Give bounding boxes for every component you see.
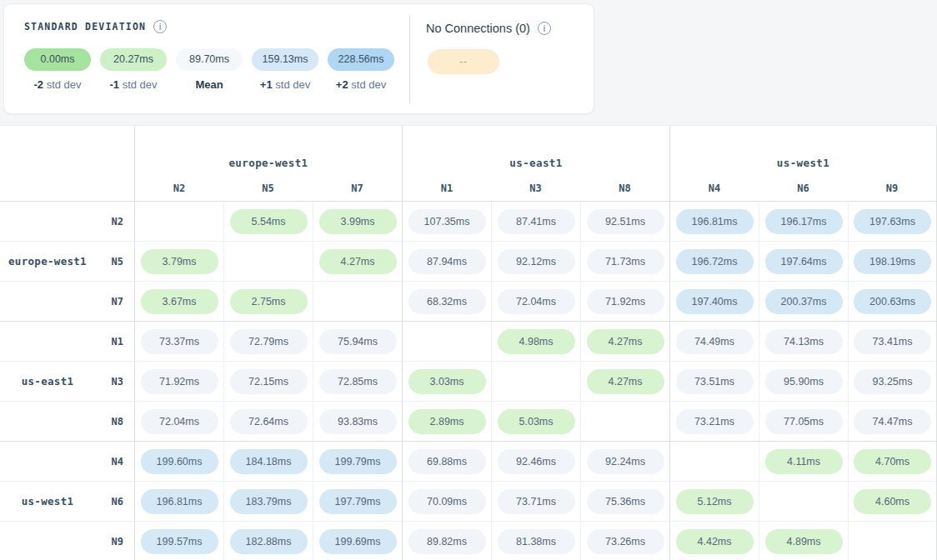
std-dev-label-minus2: -2 std dev xyxy=(24,78,91,91)
latency-cell-empty xyxy=(848,521,937,560)
latency-cell: 4.98ms xyxy=(491,321,580,361)
row-label: N7 xyxy=(0,281,134,321)
row-node-label: N6 xyxy=(95,496,134,508)
column-node-header: N6 xyxy=(759,176,848,201)
latency-cell: 196.81ms xyxy=(669,201,759,241)
network-latency-dashboard: { "legend": { "title": "STANDARD DEVIATI… xyxy=(0,0,937,560)
latency-cell: 72.15ms xyxy=(223,361,313,401)
latency-value-pill: 92.12ms xyxy=(498,249,575,274)
latency-cell: 92.51ms xyxy=(580,201,669,241)
latency-cell-empty xyxy=(223,241,313,281)
matrix-corner xyxy=(0,126,134,201)
latency-cell: 72.64ms xyxy=(223,401,313,441)
latency-cell: 72.04ms xyxy=(134,401,223,441)
latency-value-pill: 73.26ms xyxy=(587,529,664,554)
row-label: us-east1N3 xyxy=(0,361,134,401)
row-region-label: europe-west1 xyxy=(0,255,95,268)
row-node-label: N2 xyxy=(95,216,134,228)
column-region-header: us-east1 xyxy=(402,126,669,176)
column-node-header: N9 xyxy=(848,176,937,201)
std-dev-label-minus1: -1 std dev xyxy=(100,78,167,91)
no-connections-info-icon[interactable]: i xyxy=(538,22,551,35)
latency-cell: 2.89ms xyxy=(402,401,491,441)
latency-value-pill: 196.17ms xyxy=(765,209,843,234)
latency-cell: 73.37ms xyxy=(134,321,223,361)
row-region-label: us-west1 xyxy=(0,495,95,508)
no-connections-pill: -- xyxy=(428,49,499,74)
std-dev-pill-plus1: 159.13ms xyxy=(252,48,318,71)
std-dev-label-mean: Mean xyxy=(176,78,243,91)
latency-cell: 4.60ms xyxy=(848,481,937,521)
latency-value-pill: 73.21ms xyxy=(676,409,754,434)
latency-cell: 89.82ms xyxy=(402,521,491,560)
latency-value-pill: 197.64ms xyxy=(765,249,843,274)
row-node-label: N9 xyxy=(95,536,134,548)
latency-value-pill: 4.27ms xyxy=(587,329,664,354)
latency-value-pill: 73.41ms xyxy=(854,329,931,354)
latency-value-pill: 4.60ms xyxy=(854,489,931,514)
row-node-label: N7 xyxy=(95,296,134,308)
latency-cell-empty xyxy=(313,281,402,321)
latency-value-pill: 3.79ms xyxy=(141,249,218,274)
row-label: N2 xyxy=(0,201,134,241)
latency-value-pill: 200.63ms xyxy=(854,289,931,314)
latency-value-pill: 73.71ms xyxy=(498,489,575,514)
latency-cell: 87.41ms xyxy=(491,201,580,241)
latency-cell: 81.38ms xyxy=(491,521,580,560)
std-dev-info-icon[interactable]: i xyxy=(153,20,167,33)
latency-value-pill: 196.72ms xyxy=(676,249,754,274)
latency-value-pill: 2.89ms xyxy=(408,409,486,434)
latency-value-pill: 182.88ms xyxy=(230,529,308,554)
latency-value-pill: 72.64ms xyxy=(230,409,308,434)
latency-value-pill: 197.63ms xyxy=(854,209,931,234)
latency-value-pill: 93.83ms xyxy=(319,409,397,434)
latency-cell: 198.19ms xyxy=(848,241,937,281)
row-label: N8 xyxy=(0,401,134,441)
latency-value-pill: 89.82ms xyxy=(408,529,486,554)
latency-value-pill: 74.49ms xyxy=(676,329,754,354)
latency-value-pill: 95.90ms xyxy=(765,369,843,394)
latency-cell: 5.12ms xyxy=(669,481,759,521)
row-node-label: N4 xyxy=(95,456,134,468)
latency-value-pill: 70.09ms xyxy=(408,489,486,514)
latency-value-pill: 72.79ms xyxy=(230,329,308,354)
std-dev-pill-plus2: 228.56ms xyxy=(328,48,394,71)
std-dev-label-plus2: +2 std dev xyxy=(328,78,394,91)
latency-value-pill: 200.37ms xyxy=(765,289,843,314)
latency-cell: 200.63ms xyxy=(848,281,937,321)
latency-cell: 74.13ms xyxy=(759,321,848,361)
latency-cell: 184.18ms xyxy=(223,441,313,481)
latency-cell: 199.79ms xyxy=(313,441,402,481)
latency-cell-empty xyxy=(491,361,580,401)
latency-cell: 4.11ms xyxy=(759,441,848,481)
latency-cell: 74.49ms xyxy=(669,321,759,361)
latency-cell: 4.89ms xyxy=(759,521,848,560)
latency-value-pill: 92.24ms xyxy=(587,449,664,474)
latency-cell: 199.69ms xyxy=(313,521,402,560)
latency-cell: 5.54ms xyxy=(223,201,313,241)
latency-cell: 196.72ms xyxy=(669,241,759,281)
std-dev-pill-minus2: 0.00ms xyxy=(24,48,91,71)
latency-value-pill: 74.13ms xyxy=(765,329,843,354)
latency-value-pill: 87.94ms xyxy=(408,249,486,274)
latency-value-pill: 3.03ms xyxy=(408,369,486,394)
latency-cell: 199.57ms xyxy=(134,521,223,560)
column-node-header: N3 xyxy=(491,176,580,201)
latency-cell-empty xyxy=(759,481,848,521)
latency-value-pill: 4.42ms xyxy=(676,529,754,554)
row-label: N4 xyxy=(0,441,134,481)
latency-cell: 72.79ms xyxy=(223,321,313,361)
latency-cell: 3.79ms xyxy=(134,241,223,281)
std-dev-scale: 0.00ms 20.27ms 89.70ms 159.13ms 228.56ms xyxy=(24,48,394,71)
latency-cell: 197.40ms xyxy=(669,281,759,321)
latency-value-pill: 3.67ms xyxy=(141,289,218,314)
legend-divider xyxy=(409,16,410,103)
latency-value-pill: 4.70ms xyxy=(854,449,931,474)
std-dev-legend-header: STANDARD DEVIATION i xyxy=(24,20,167,33)
latency-cell-empty xyxy=(402,321,491,361)
latency-cell: 72.85ms xyxy=(313,361,402,401)
latency-value-pill: 81.38ms xyxy=(498,529,575,554)
latency-value-pill: 199.57ms xyxy=(141,529,218,554)
latency-value-pill: 196.81ms xyxy=(141,489,218,514)
latency-cell: 69.88ms xyxy=(402,441,491,481)
